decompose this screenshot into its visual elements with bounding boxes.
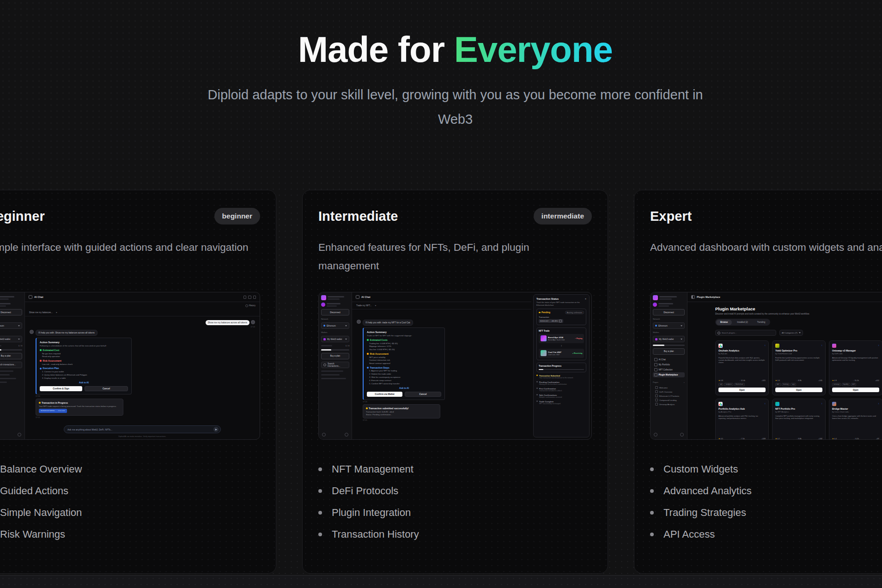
- bullet-icon: [650, 489, 654, 493]
- preview-sidebar: Disconnect Network Ethereum Wallets My W…: [651, 292, 687, 439]
- install-icon: ↓: [878, 344, 880, 346]
- plugin-icon: [718, 402, 723, 406]
- bullet-icon: [650, 533, 654, 536]
- nft-in-image: [541, 350, 547, 356]
- plugin-card: ↓ Onchain Analytics by SQLabs Powerful b…: [715, 340, 769, 395]
- cancel-button: Cancel: [85, 386, 128, 392]
- buy-plan-button: Buy a plan: [0, 353, 22, 359]
- card-beginner-title: Beginner: [0, 209, 45, 224]
- plugin-card: ↓ NFT Portfolio Pro by NFT Analytics Com…: [772, 399, 826, 439]
- settings-icon: [654, 433, 657, 436]
- settings-icon: [322, 433, 326, 436]
- cancel-button: Cancel: [405, 392, 441, 397]
- feature-item: DeFi Protocols: [318, 480, 592, 502]
- avatar: [653, 303, 657, 307]
- marketplace-title: Plugin Marketplace: [715, 306, 882, 311]
- card-beginner-badge: beginner: [214, 208, 260, 224]
- network-select: Ethereum: [321, 322, 349, 329]
- card-intermediate-description: Enhanced features for NFTs, DeFi, and pl…: [318, 238, 592, 275]
- star-icon: ★: [718, 379, 720, 382]
- tx-hash-chip: 0x3c8267...9bcde1: [539, 319, 563, 323]
- plan-progress: [0, 349, 22, 351]
- section-title: Made for Everyone: [0, 30, 882, 70]
- add-page-button: +: [684, 381, 685, 383]
- star-icon: ★: [832, 379, 834, 382]
- disconnect-button: Disconnect: [321, 309, 349, 315]
- plugin-icon: [832, 344, 836, 348]
- feature-item: Risk Warnings: [0, 523, 260, 545]
- disconnect-button: Disconnect: [0, 309, 22, 315]
- ask-ai-link: Ask to AI: [40, 382, 128, 384]
- assistant-message: I'll help you with: trade my NFT for a C…: [363, 320, 413, 326]
- chat-input: Ask me anything about Web3, DeFi, NFTs..…: [64, 425, 221, 433]
- user-icon: [18, 433, 21, 436]
- nft-out-row: Bored Ape #234Bored Ape Yacht Club − Pay…: [539, 334, 584, 343]
- feature-item: Custom Widgets: [650, 458, 882, 480]
- bullet-icon: [318, 489, 322, 493]
- category-filter: All Categories (7): [779, 330, 803, 336]
- user-icon: [680, 433, 684, 436]
- plugin-icon: [775, 402, 779, 406]
- wallet-select: My Web3 wallet: [653, 336, 685, 342]
- tx-hash-link: 0x3C8267900a...ccc2a1: [39, 409, 67, 413]
- assistant-avatar: [357, 320, 361, 324]
- user-icon: [345, 433, 348, 436]
- star-icon: ★: [775, 379, 777, 382]
- network-select: Ethereum: [0, 322, 22, 329]
- install-icon: ↓: [765, 402, 766, 405]
- panel-icon: [243, 296, 247, 299]
- plugin-card: ↓ Uniswap v3 Manager by DeFi Labs Advanc…: [829, 340, 882, 395]
- copy-icon: [559, 320, 562, 322]
- chat-icon: [356, 295, 359, 299]
- confirm-wallet-button: Confirm via Wallet: [367, 392, 402, 397]
- star-icon: ★: [775, 437, 777, 439]
- feature-item: Balance Overview: [0, 458, 260, 480]
- search-interactions: Search interactions...: [0, 362, 22, 368]
- disconnect-button: Disconnect: [653, 309, 685, 315]
- wallet-select: My Web3 wallet: [321, 336, 349, 342]
- chat-tab: Show me my balances...: [29, 311, 53, 314]
- assistant-message: I'll help you with: Show me my balances …: [36, 330, 97, 336]
- feature-item: Guided Actions: [0, 480, 260, 502]
- chat-tab: Trade my NFT...: [356, 304, 371, 307]
- avatar: [321, 303, 325, 307]
- made-for-everyone-section: Made for Everyone Diploid adapts to your…: [0, 0, 882, 574]
- card-expert-features: Custom WidgetsAdvanced AnalyticsTrading …: [650, 458, 882, 545]
- tab-installed: Installed (2): [733, 320, 752, 325]
- pages-list: WelcomeDeFi OverviewEthereum L2 Position…: [653, 386, 685, 406]
- section-title-prefix: Made for: [298, 29, 454, 70]
- new-tab-button: +: [375, 304, 376, 307]
- close-icon: ×: [585, 297, 586, 300]
- transaction-progress-card: Transaction in Progress Your NFT trade r…: [36, 399, 123, 416]
- card-expert-description: Advanced dashboard with custom widgets a…: [650, 238, 882, 275]
- sidebar-nav: AI ChatMy PortfolioNFT CollectionPlugin …: [653, 357, 685, 377]
- star-icon: ★: [718, 437, 720, 439]
- ask-ai-link: Ask to AI: [367, 387, 441, 389]
- swap-icon: ↕: [539, 344, 584, 347]
- user-avatar: [251, 320, 255, 324]
- card-beginner-features: Balance OverviewGuided ActionsSimple Nav…: [0, 458, 260, 545]
- assistant-avatar: [30, 330, 34, 334]
- transaction-status-panel: Transaction Status× Track the status of …: [533, 294, 590, 437]
- pending-card: PendingAwaiting confirmation Transaction…: [536, 309, 586, 325]
- app-logo: [321, 295, 326, 300]
- action-summary-panel: Action Summary Trade an NFT for NFT with…: [363, 327, 445, 400]
- open-plugin-button: Open: [832, 388, 879, 393]
- feature-item: Simple Navigation: [0, 502, 260, 523]
- install-icon: ↓: [821, 344, 823, 346]
- install-icon: ↓: [765, 344, 766, 346]
- tab-trending: Trending: [753, 320, 770, 325]
- preview-sidebar: Disconnect Network Ethereum Wallets My W…: [319, 292, 352, 439]
- beginner-app-preview: Disconnect Network Ethereum Wallets My W…: [0, 292, 260, 440]
- history-icon: [245, 304, 248, 307]
- nft-trade-card: NFT Trade Bored Ape #234Bored Ape Yacht …: [536, 327, 586, 360]
- card-intermediate-badge: intermediate: [534, 208, 592, 224]
- plugin-card: ↓ Bridge Master by Cross Chain Labs Cros…: [829, 399, 882, 439]
- marketplace-subtitle: Discover and install AI prompts and tool…: [715, 313, 882, 315]
- search-icon: [718, 332, 720, 334]
- sidebar-toggle-icon: [691, 295, 695, 299]
- section-title-highlight: Everyone: [454, 29, 613, 70]
- intermediate-app-preview: Disconnect Network Ethereum Wallets My W…: [318, 292, 592, 440]
- skill-level-cards: Beginner beginner Simple interface with …: [0, 190, 882, 574]
- plugin-grid: ↓ Onchain Analytics by SQLabs Powerful b…: [715, 340, 882, 439]
